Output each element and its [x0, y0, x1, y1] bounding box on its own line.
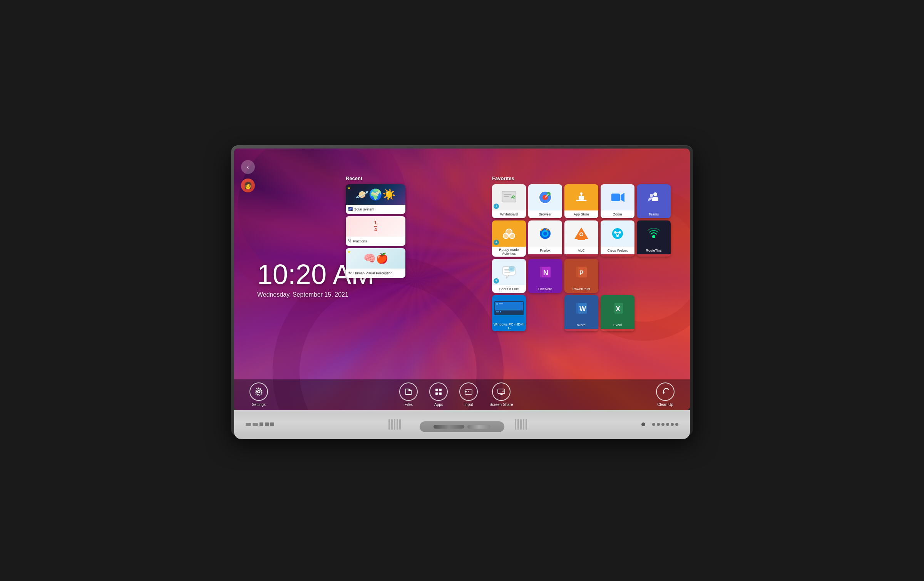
- taskbar-cleanup[interactable]: Clean Up: [656, 382, 675, 407]
- left-sidebar: ‹ 👩: [241, 160, 255, 192]
- fav-tile-appstore[interactable]: App Store: [564, 184, 598, 218]
- fav-tile-zoom[interactable]: Zoom: [601, 184, 634, 218]
- activities-svg: [500, 225, 517, 242]
- fav-tile-shout[interactable]: + Shout It Out!: [492, 259, 526, 293]
- input-svg: [464, 387, 473, 396]
- cleanup-icon-circle: [656, 382, 675, 401]
- power-button[interactable]: [641, 422, 645, 426]
- firefox-svg: [537, 226, 553, 241]
- recent-item-fractions[interactable]: 1 4 ½ Fractions: [346, 216, 405, 246]
- eraser: [467, 425, 490, 429]
- speaker-dot-6: [515, 419, 516, 430]
- excel-label: Excel: [601, 321, 634, 329]
- apps-svg: [434, 387, 443, 396]
- control-dot-4[interactable]: [666, 423, 669, 426]
- svg-rect-38: [504, 272, 511, 273]
- fav-tile-routethis[interactable]: RouteThis: [637, 220, 671, 257]
- svg-point-64: [258, 391, 260, 393]
- ppt-svg: P: [574, 265, 588, 279]
- settings-label: Settings: [252, 402, 266, 407]
- usb-port-2: [265, 422, 269, 426]
- control-dot-2[interactable]: [657, 423, 660, 426]
- files-label: Files: [405, 402, 413, 407]
- cleanup-svg: [661, 387, 670, 396]
- fav-tile-ppt[interactable]: P PowerPoint: [564, 259, 598, 293]
- fav-tile-activities[interactable]: + Ready-made Activities: [492, 220, 526, 257]
- recent-item-solar[interactable]: ★ 🪐🌍☀️ 🌌 Solar system: [346, 184, 405, 214]
- files-svg: [404, 387, 413, 396]
- fav-tile-word[interactable]: W Word: [564, 295, 598, 331]
- fav-tile-windows[interactable]: Windows PC (HDMI 1): [492, 295, 526, 331]
- taskbar-files[interactable]: Files: [399, 382, 418, 407]
- svg-text:W: W: [579, 305, 586, 313]
- recent-item-brain[interactable]: ★ 🧠🍎 👁 Human Visual Perception: [346, 248, 405, 278]
- fav-tile-onenote[interactable]: N OneNote: [528, 259, 562, 293]
- activities-icon: +: [492, 220, 526, 247]
- fav-tile-whiteboard[interactable]: + Whiteboard: [492, 184, 526, 218]
- svg-marker-39: [506, 275, 509, 278]
- shout-label: Shout It Out!: [492, 285, 526, 293]
- shout-svg: [500, 264, 517, 280]
- avatar[interactable]: 👩: [241, 179, 255, 192]
- speaker-dot-8: [520, 419, 522, 430]
- right-speaker: [515, 419, 527, 430]
- usb-port-3: [270, 422, 274, 426]
- recent-card-solar-bg: ★ 🪐🌍☀️: [346, 184, 405, 205]
- svg-rect-41: [510, 268, 514, 269]
- clock-date: Wednesday, September 15, 2021: [257, 291, 374, 298]
- taskbar-screenshare[interactable]: Screen Share: [489, 382, 513, 407]
- svg-point-9: [580, 192, 583, 195]
- favorites-panel: Favorites: [492, 175, 671, 331]
- taskbar-input[interactable]: Input: [459, 382, 478, 407]
- svg-point-28: [612, 228, 623, 239]
- fav-tile-firefox[interactable]: Firefox: [528, 220, 562, 257]
- taskbar-settings[interactable]: Settings: [249, 382, 268, 407]
- vlc-svg: [574, 226, 589, 241]
- browser-svg: [537, 190, 553, 205]
- svg-point-35: [652, 235, 655, 238]
- word-svg: W: [574, 301, 588, 315]
- word-icon: W: [564, 295, 598, 321]
- svg-rect-65: [435, 389, 438, 391]
- port-1: [246, 423, 251, 426]
- webex-label: Cisco Webex: [601, 247, 634, 254]
- svg-point-13: [650, 194, 653, 197]
- svg-rect-42: [510, 269, 512, 270]
- speaker-dot-1: [388, 419, 390, 430]
- appstore-svg: [574, 190, 589, 205]
- vlc-icon: [564, 220, 598, 247]
- recent-card-fractions-label: ½ Fractions: [346, 237, 405, 246]
- browser-icon: [528, 184, 562, 210]
- control-dot-5[interactable]: [671, 423, 674, 426]
- zoom-icon: [601, 184, 634, 210]
- fav-tile-webex[interactable]: Cisco Webex: [601, 220, 634, 257]
- monitor-bezel-bottom: [234, 410, 690, 439]
- svg-rect-56: [496, 303, 498, 305]
- activities-label: Ready-made Activities: [492, 247, 526, 257]
- svg-rect-24: [579, 237, 584, 239]
- screenshare-label: Screen Share: [489, 402, 513, 407]
- svg-text:N: N: [543, 269, 548, 277]
- svg-rect-25: [578, 239, 585, 240]
- input-icon-circle: [459, 382, 478, 401]
- fav-tile-browser[interactable]: Browser: [528, 184, 562, 218]
- input-label: Input: [464, 402, 473, 407]
- back-button[interactable]: ‹: [241, 160, 255, 174]
- ppt-icon: P: [564, 259, 598, 285]
- speaker-dot-3: [394, 419, 395, 430]
- port-2: [253, 423, 258, 426]
- svg-text:X: X: [616, 305, 620, 313]
- taskbar-apps[interactable]: Apps: [429, 382, 448, 407]
- favorites-grid: + Whiteboard: [492, 184, 671, 331]
- control-dot-3[interactable]: [661, 423, 665, 426]
- svg-text:P: P: [579, 270, 584, 276]
- control-dot-6[interactable]: [675, 423, 678, 426]
- svg-rect-66: [439, 389, 442, 391]
- fav-tile-excel[interactable]: X Excel: [601, 295, 634, 331]
- control-dot-1[interactable]: [652, 423, 655, 426]
- monitor: ‹ 👩 10:20 AM Wednesday, September 15, 20…: [231, 145, 693, 436]
- fav-tile-vlc[interactable]: VLC: [564, 220, 598, 257]
- appstore-icon: [564, 184, 598, 210]
- fav-tile-teams[interactable]: Teams: [637, 184, 671, 218]
- shout-icon: +: [492, 259, 526, 285]
